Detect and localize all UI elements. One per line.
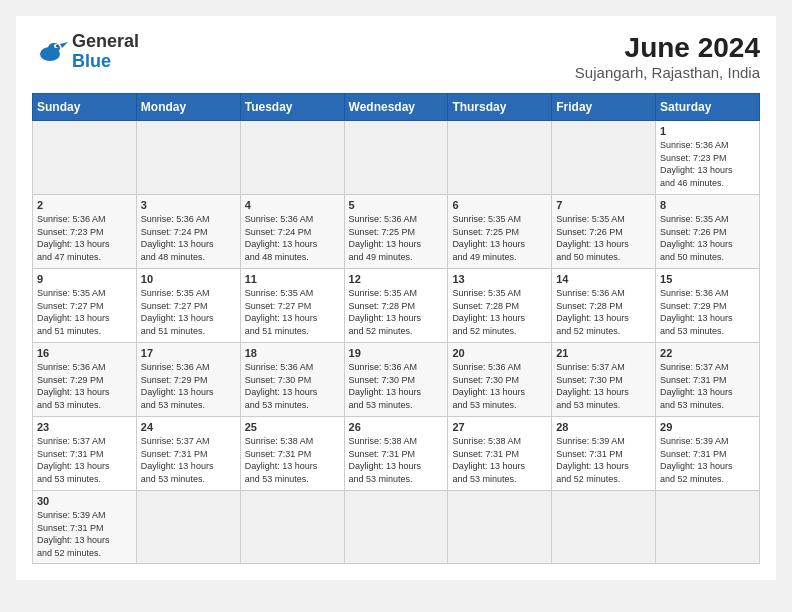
day-info: Sunrise: 5:36 AM Sunset: 7:25 PM Dayligh… (349, 213, 444, 263)
day-info: Sunrise: 5:39 AM Sunset: 7:31 PM Dayligh… (37, 509, 132, 559)
calendar-cell: 9Sunrise: 5:35 AM Sunset: 7:27 PM Daylig… (33, 269, 137, 343)
day-number: 22 (660, 347, 755, 359)
day-info: Sunrise: 5:35 AM Sunset: 7:28 PM Dayligh… (349, 287, 444, 337)
day-info: Sunrise: 5:36 AM Sunset: 7:23 PM Dayligh… (660, 139, 755, 189)
day-header-saturday: Saturday (656, 94, 760, 121)
day-info: Sunrise: 5:37 AM Sunset: 7:31 PM Dayligh… (660, 361, 755, 411)
day-number: 18 (245, 347, 340, 359)
calendar-cell (33, 121, 137, 195)
day-header-friday: Friday (552, 94, 656, 121)
day-info: Sunrise: 5:35 AM Sunset: 7:27 PM Dayligh… (141, 287, 236, 337)
calendar-cell: 25Sunrise: 5:38 AM Sunset: 7:31 PM Dayli… (240, 417, 344, 491)
calendar-cell: 12Sunrise: 5:35 AM Sunset: 7:28 PM Dayli… (344, 269, 448, 343)
day-info: Sunrise: 5:37 AM Sunset: 7:30 PM Dayligh… (556, 361, 651, 411)
day-info: Sunrise: 5:35 AM Sunset: 7:27 PM Dayligh… (37, 287, 132, 337)
logo-text: General Blue (72, 32, 139, 72)
day-number: 8 (660, 199, 755, 211)
day-info: Sunrise: 5:36 AM Sunset: 7:30 PM Dayligh… (245, 361, 340, 411)
day-info: Sunrise: 5:36 AM Sunset: 7:30 PM Dayligh… (452, 361, 547, 411)
calendar-cell (552, 121, 656, 195)
calendar-week-1: 1Sunrise: 5:36 AM Sunset: 7:23 PM Daylig… (33, 121, 760, 195)
day-number: 17 (141, 347, 236, 359)
day-number: 13 (452, 273, 547, 285)
day-info: Sunrise: 5:36 AM Sunset: 7:29 PM Dayligh… (37, 361, 132, 411)
day-number: 7 (556, 199, 651, 211)
day-info: Sunrise: 5:35 AM Sunset: 7:26 PM Dayligh… (556, 213, 651, 263)
day-info: Sunrise: 5:37 AM Sunset: 7:31 PM Dayligh… (141, 435, 236, 485)
calendar-week-3: 9Sunrise: 5:35 AM Sunset: 7:27 PM Daylig… (33, 269, 760, 343)
calendar-cell: 1Sunrise: 5:36 AM Sunset: 7:23 PM Daylig… (656, 121, 760, 195)
day-number: 25 (245, 421, 340, 433)
calendar-week-4: 16Sunrise: 5:36 AM Sunset: 7:29 PM Dayli… (33, 343, 760, 417)
day-number: 5 (349, 199, 444, 211)
day-info: Sunrise: 5:35 AM Sunset: 7:28 PM Dayligh… (452, 287, 547, 337)
day-number: 11 (245, 273, 340, 285)
logo: General Blue (32, 32, 139, 72)
day-number: 12 (349, 273, 444, 285)
day-number: 28 (556, 421, 651, 433)
logo-blue: Blue (72, 51, 111, 71)
day-info: Sunrise: 5:36 AM Sunset: 7:29 PM Dayligh… (141, 361, 236, 411)
calendar-cell (344, 491, 448, 564)
calendar-cell: 17Sunrise: 5:36 AM Sunset: 7:29 PM Dayli… (136, 343, 240, 417)
day-info: Sunrise: 5:35 AM Sunset: 7:26 PM Dayligh… (660, 213, 755, 263)
calendar-cell (240, 491, 344, 564)
calendar-cell: 7Sunrise: 5:35 AM Sunset: 7:26 PM Daylig… (552, 195, 656, 269)
calendar-page: General Blue June 2024 Sujangarh, Rajast… (16, 16, 776, 580)
svg-point-4 (56, 45, 58, 47)
day-info: Sunrise: 5:36 AM Sunset: 7:28 PM Dayligh… (556, 287, 651, 337)
calendar-cell: 23Sunrise: 5:37 AM Sunset: 7:31 PM Dayli… (33, 417, 137, 491)
day-number: 6 (452, 199, 547, 211)
calendar-week-5: 23Sunrise: 5:37 AM Sunset: 7:31 PM Dayli… (33, 417, 760, 491)
day-header-wednesday: Wednesday (344, 94, 448, 121)
day-info: Sunrise: 5:38 AM Sunset: 7:31 PM Dayligh… (452, 435, 547, 485)
calendar-cell: 28Sunrise: 5:39 AM Sunset: 7:31 PM Dayli… (552, 417, 656, 491)
calendar-cell: 13Sunrise: 5:35 AM Sunset: 7:28 PM Dayli… (448, 269, 552, 343)
calendar-cell: 21Sunrise: 5:37 AM Sunset: 7:30 PM Dayli… (552, 343, 656, 417)
svg-marker-2 (60, 42, 68, 48)
calendar-cell: 14Sunrise: 5:36 AM Sunset: 7:28 PM Dayli… (552, 269, 656, 343)
calendar-cell (240, 121, 344, 195)
day-info: Sunrise: 5:38 AM Sunset: 7:31 PM Dayligh… (349, 435, 444, 485)
day-number: 4 (245, 199, 340, 211)
calendar-body: 1Sunrise: 5:36 AM Sunset: 7:23 PM Daylig… (33, 121, 760, 564)
day-number: 27 (452, 421, 547, 433)
day-header-thursday: Thursday (448, 94, 552, 121)
day-info: Sunrise: 5:38 AM Sunset: 7:31 PM Dayligh… (245, 435, 340, 485)
calendar-cell: 8Sunrise: 5:35 AM Sunset: 7:26 PM Daylig… (656, 195, 760, 269)
day-number: 9 (37, 273, 132, 285)
calendar-cell: 30Sunrise: 5:39 AM Sunset: 7:31 PM Dayli… (33, 491, 137, 564)
day-number: 16 (37, 347, 132, 359)
day-number: 1 (660, 125, 755, 137)
day-number: 23 (37, 421, 132, 433)
svg-point-1 (48, 43, 60, 53)
calendar-week-2: 2Sunrise: 5:36 AM Sunset: 7:23 PM Daylig… (33, 195, 760, 269)
day-info: Sunrise: 5:35 AM Sunset: 7:25 PM Dayligh… (452, 213, 547, 263)
calendar-cell: 16Sunrise: 5:36 AM Sunset: 7:29 PM Dayli… (33, 343, 137, 417)
logo-icon (32, 34, 68, 70)
calendar-cell: 4Sunrise: 5:36 AM Sunset: 7:24 PM Daylig… (240, 195, 344, 269)
calendar-cell: 29Sunrise: 5:39 AM Sunset: 7:31 PM Dayli… (656, 417, 760, 491)
calendar-cell: 3Sunrise: 5:36 AM Sunset: 7:24 PM Daylig… (136, 195, 240, 269)
day-info: Sunrise: 5:39 AM Sunset: 7:31 PM Dayligh… (660, 435, 755, 485)
calendar-cell (136, 121, 240, 195)
day-info: Sunrise: 5:37 AM Sunset: 7:31 PM Dayligh… (37, 435, 132, 485)
day-number: 10 (141, 273, 236, 285)
calendar-cell: 15Sunrise: 5:36 AM Sunset: 7:29 PM Dayli… (656, 269, 760, 343)
day-number: 14 (556, 273, 651, 285)
day-header-monday: Monday (136, 94, 240, 121)
day-number: 2 (37, 199, 132, 211)
calendar-cell (552, 491, 656, 564)
day-number: 19 (349, 347, 444, 359)
subtitle: Sujangarh, Rajasthan, India (575, 64, 760, 81)
day-info: Sunrise: 5:36 AM Sunset: 7:23 PM Dayligh… (37, 213, 132, 263)
day-number: 3 (141, 199, 236, 211)
calendar-cell: 2Sunrise: 5:36 AM Sunset: 7:23 PM Daylig… (33, 195, 137, 269)
calendar-cell: 27Sunrise: 5:38 AM Sunset: 7:31 PM Dayli… (448, 417, 552, 491)
day-info: Sunrise: 5:36 AM Sunset: 7:24 PM Dayligh… (141, 213, 236, 263)
day-number: 21 (556, 347, 651, 359)
calendar-cell (344, 121, 448, 195)
calendar-cell (448, 491, 552, 564)
calendar-header-row: SundayMondayTuesdayWednesdayThursdayFrid… (33, 94, 760, 121)
day-info: Sunrise: 5:36 AM Sunset: 7:24 PM Dayligh… (245, 213, 340, 263)
